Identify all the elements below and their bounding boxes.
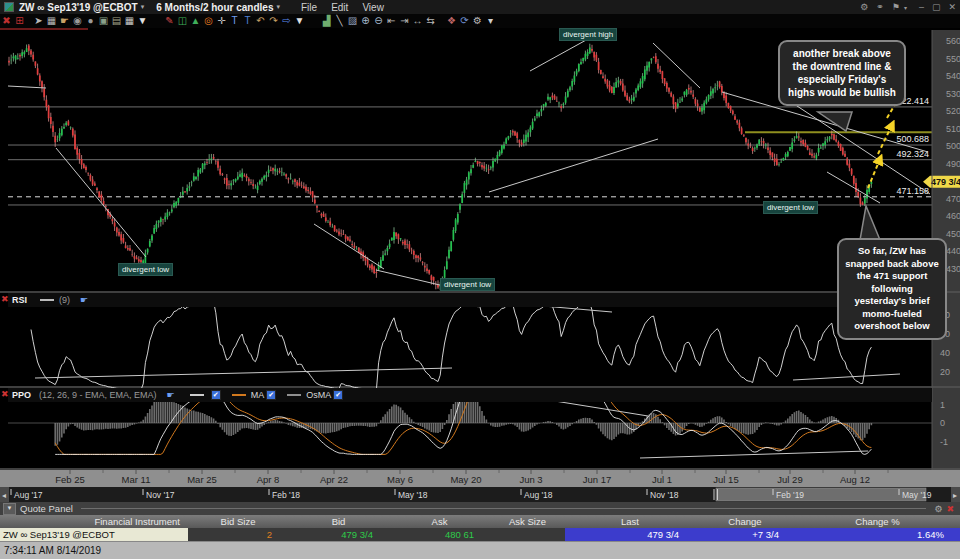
price-tick-520: 520 <box>946 106 960 116</box>
shapes-tool-icon[interactable]: ◉ <box>71 16 84 26</box>
target-tool-icon[interactable]: ◎ <box>202 16 215 26</box>
filter-dropdown-icon[interactable]: ▼ <box>136 16 149 26</box>
quote-col-financial-instrument[interactable]: Financial Instrument <box>0 515 188 528</box>
timeline-right-arrow-icon[interactable]: ▸ <box>953 491 957 500</box>
callout-support-note[interactable]: So far, /ZW has snapped back above the 4… <box>837 238 947 340</box>
textbox-alt-tool-icon[interactable]: T <box>241 16 254 26</box>
quote-col-last[interactable]: Last <box>565 515 695 528</box>
redo-icon[interactable]: ↷ <box>267 16 280 26</box>
quote-panel: ▼ Quote Panel ⚙ ✖ Financial InstrumentBi… <box>0 502 960 541</box>
hand-tool-icon[interactable]: ☛ <box>58 16 71 26</box>
price-tick-440: 440 <box>946 246 960 256</box>
close-icon[interactable]: ✕ <box>948 2 956 12</box>
timeframe-dropdown-icon[interactable]: ▾ <box>277 3 281 11</box>
quote-col-bid-size[interactable]: Bid Size <box>188 515 288 528</box>
timeline-label-May18: May '18 <box>398 490 428 500</box>
filter2-dropdown-icon[interactable]: ▼ <box>293 16 306 26</box>
maximize-icon[interactable]: ▢ <box>932 2 941 12</box>
date-label-Feb-25: Feb 25 <box>55 474 85 485</box>
ppo-close-icon[interactable]: ✖ <box>1 389 9 399</box>
circle-tool-icon[interactable]: ● <box>84 16 97 26</box>
timeline-label-Nov17: Nov '17 <box>146 490 175 500</box>
rsi-settings-hand-icon[interactable]: ☛ <box>80 295 88 305</box>
level-label-492.324: 492.324 <box>896 149 929 159</box>
pattern-tool-icon[interactable]: ▲ <box>189 16 202 26</box>
quote-col-ask-size[interactable]: Ask Size <box>490 515 565 528</box>
ppo-legend-checkbox-2[interactable]: ✔ <box>333 390 343 400</box>
price-tick-530: 530 <box>946 89 960 99</box>
image-tool-icon[interactable]: ▣ <box>97 16 110 26</box>
menu-edit[interactable]: Edit <box>331 2 348 13</box>
textbox-tool-icon[interactable]: T <box>228 16 241 26</box>
trendline-tool-icon[interactable]: ╲ <box>333 16 346 26</box>
date-label-Jul-29: Jul 29 <box>777 474 802 485</box>
status-bar: 7:34:11 AM 8/14/2019 <box>0 541 960 559</box>
instrument-selector[interactable]: ZW ∞ Sep13'19 @ECBOT <box>19 2 138 13</box>
quote-col-change-%[interactable]: Change % <box>795 515 960 528</box>
ppo-panel-header: PPO (12, 26, 9 - EMA, EMA, EMA) ☛ ✔MA✔Os… <box>8 388 932 402</box>
quote-settings-icon[interactable]: ⚙ <box>934 504 942 514</box>
quote-column-headers: Financial InstrumentBid SizeBidAskAsk Si… <box>0 515 960 528</box>
divergent-low-label-1[interactable]: divergent low <box>118 263 173 276</box>
rsi-params[interactable]: (9) <box>59 295 70 305</box>
date-label-Jun-17: Jun 17 <box>583 474 612 485</box>
undo-icon[interactable]: ↶ <box>254 16 267 26</box>
pin-window-icon[interactable]: ⚑ <box>892 2 900 12</box>
callout-bullish-note[interactable]: another break above the downtrend line &… <box>778 40 906 106</box>
divergent-low-label-3[interactable]: divergent low <box>763 201 818 214</box>
close-chart-icon[interactable]: ✖ <box>0 16 13 26</box>
date-label-May-20: May 20 <box>450 474 481 485</box>
quote-col-change[interactable]: Change <box>695 515 795 528</box>
swap-scale-icon[interactable]: ⇆ <box>424 16 437 26</box>
pointer-tool-icon[interactable]: ➤ <box>32 16 45 26</box>
divergent-low-label-2[interactable]: divergent low <box>440 278 495 291</box>
timeframe-selector[interactable]: 6 Months/2 hour candles <box>156 2 273 13</box>
quote-collapse-icon[interactable]: ▼ <box>3 503 16 515</box>
zoom-out-icon[interactable]: ⊖ <box>372 16 385 26</box>
ppo-legend: ✔MA✔OsMA✔ <box>185 390 350 400</box>
quote-col-bid[interactable]: Bid <box>288 515 389 528</box>
zoom-in-icon[interactable]: ⊕ <box>359 16 372 26</box>
more-dropdown-icon[interactable]: ▾ <box>484 16 497 26</box>
snap-crosshair-icon[interactable]: ⊞ <box>13 16 26 26</box>
ppo-legend-checkbox-0[interactable]: ✔ <box>211 390 221 400</box>
timeline-left-arrow-icon[interactable]: ◂ <box>2 491 6 500</box>
reload-icon[interactable]: ⟳ <box>458 16 471 26</box>
crosshair-tool-icon[interactable]: ✛ <box>215 16 228 26</box>
candle-tool-icon[interactable]: ◫ <box>176 16 189 26</box>
callout-arrow-icon[interactable]: ⇨ <box>280 16 293 26</box>
palette-icon[interactable]: ❖ <box>445 16 458 26</box>
gallery-tool-icon[interactable]: ▤ <box>110 16 123 26</box>
menu-file[interactable]: File <box>301 2 317 13</box>
ppo-legend-checkbox-1[interactable]: ✔ <box>266 390 276 400</box>
rsi-panel-header: RSI (9) ☛ <box>8 293 932 307</box>
hatch-tool-icon[interactable]: ▨ <box>346 16 359 26</box>
rsi-close-icon[interactable]: ✖ <box>1 294 9 304</box>
date-label-Apr-22: Apr 22 <box>320 474 348 485</box>
settings-wrench-icon[interactable]: ⚙ <box>471 16 484 26</box>
minimize-icon[interactable]: – <box>919 2 924 12</box>
marker-pen-icon[interactable]: ✎ <box>163 16 176 26</box>
narrow-bars-icon[interactable]: ⇤ <box>385 16 398 26</box>
timeline-thumb[interactable] <box>716 488 926 501</box>
link-windows-icon[interactable]: ⚭ <box>876 2 884 12</box>
quote-data-row[interactable]: ZW ∞ Sep13'19 @ECBOT2479 3/4480 61479 3/… <box>0 528 960 541</box>
pin-dropdown-icon[interactable]: ▾ <box>904 4 907 11</box>
grid-view-icon[interactable]: ▦ <box>45 16 58 26</box>
chart-style-icon[interactable]: ▟ <box>320 16 333 26</box>
ppo-settings-hand-icon[interactable]: ☛ <box>167 390 175 400</box>
fit-width-icon[interactable]: ↔ <box>411 16 424 26</box>
ppo-params[interactable]: (12, 26, 9 - EMA, EMA, EMA) <box>39 390 157 400</box>
divergent-high-label[interactable]: divergent high <box>559 28 617 41</box>
layout-grid-icon[interactable]: ▦ <box>123 16 136 26</box>
menu-view[interactable]: View <box>362 2 384 13</box>
instrument-dropdown-icon[interactable]: ▾ <box>141 3 145 11</box>
settings-gear-icon[interactable]: ⚙ <box>860 2 868 12</box>
price-tick-490: 490 <box>946 159 960 169</box>
window-controls: ⚙⚭⚑▾–▢✕ <box>856 2 960 12</box>
quote-value-bid: 479 3/4 <box>288 528 389 541</box>
widen-bars-icon[interactable]: ⇥ <box>398 16 411 26</box>
quote-col-ask[interactable]: Ask <box>389 515 490 528</box>
quote-close-icon[interactable]: ✖ <box>946 504 954 514</box>
ppo-tick--1: -1 <box>940 437 948 447</box>
